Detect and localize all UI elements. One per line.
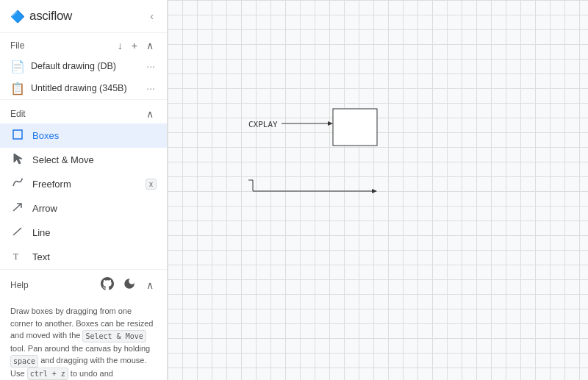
tool-select-move[interactable]: Select & Move <box>0 148 167 172</box>
help-icons: ∧ <box>99 276 157 295</box>
undo-kbd: ctrl + z <box>27 368 68 380</box>
tool-label-freeform: Freeform <box>32 179 71 190</box>
tool-label-line: Line <box>32 227 51 238</box>
file-icon-untitled: 📋 <box>10 82 25 96</box>
tool-icon-text: T <box>10 250 25 264</box>
tool-icon-line <box>10 226 25 240</box>
tool-boxes[interactable]: Boxes <box>0 123 167 148</box>
drawing-svg: CXPLAY <box>168 0 588 380</box>
file-icon-default: 📄 <box>10 60 25 74</box>
drawing-box <box>333 109 377 146</box>
svg-text:T: T <box>13 251 19 262</box>
help-section-label: Help <box>10 280 29 290</box>
help-section-header: Help ∧ <box>0 269 167 301</box>
tool-label-boxes: Boxes <box>32 130 59 141</box>
freeform-badge: x <box>146 179 157 190</box>
file-item-default[interactable]: 📄 Default drawing (DB) ··· <box>0 55 167 77</box>
sidebar: 🔷 asciflow ‹ File ↓ + ∧ 📄 Default drawin… <box>0 0 168 380</box>
file-add-button[interactable]: + <box>129 39 140 52</box>
tool-label-arrow: Arrow <box>32 203 57 214</box>
svg-point-2 <box>21 179 23 180</box>
file-download-button[interactable]: ↓ <box>115 39 126 52</box>
help-text: Draw boxes by dragging from one corner t… <box>0 301 167 380</box>
tool-text[interactable]: T Text <box>0 245 167 269</box>
drawing-arrowhead <box>328 121 333 126</box>
tool-label-text: Text <box>32 251 50 262</box>
tool-freeform[interactable]: Freeform x <box>0 172 167 196</box>
drawing-content: CXPLAY <box>168 0 588 380</box>
file-collapse-button[interactable]: ∧ <box>143 39 157 52</box>
app-title: asciflow <box>29 9 72 24</box>
help-collapse-button[interactable]: ∧ <box>143 279 157 292</box>
tool-line[interactable]: Line <box>0 221 167 245</box>
canvas-container[interactable]: CXPLAY <box>168 0 588 380</box>
logo-area: 🔷 asciflow <box>10 9 72 24</box>
file-menu-untitled[interactable]: ··· <box>145 81 157 96</box>
file-name-default: Default drawing (DB) <box>31 61 139 71</box>
file-section-label: File <box>10 40 24 51</box>
tool-icon-arrow <box>10 201 25 215</box>
space-kbd: space <box>10 355 38 368</box>
tool-icon-select-move <box>10 153 25 167</box>
edit-section-header: Edit ∧ <box>0 99 167 123</box>
tool-label-select-move: Select & Move <box>32 154 94 165</box>
github-icon[interactable] <box>99 276 115 295</box>
drawing-label: CXPLAY <box>248 120 278 129</box>
logo-icon: 🔷 <box>10 10 25 24</box>
tool-icon-freeform <box>10 177 25 191</box>
drawing-arrowhead-2 <box>372 189 377 193</box>
sidebar-header: 🔷 asciflow ‹ <box>0 0 167 33</box>
edit-collapse-button[interactable]: ∧ <box>143 107 157 121</box>
select-move-kbd: Select & Move <box>82 330 146 343</box>
sidebar-content: File ↓ + ∧ 📄 Default drawing (DB) ··· 📋 … <box>0 33 167 380</box>
svg-line-4 <box>13 228 21 235</box>
edit-section-label: Edit <box>10 109 26 119</box>
tool-icon-boxes <box>10 129 25 143</box>
file-section-actions: ↓ + ∧ <box>115 39 157 52</box>
file-menu-default[interactable]: ··· <box>145 59 157 74</box>
file-item-untitled[interactable]: 📋 Untitled drawing (345B) ··· <box>0 77 167 99</box>
svg-rect-0 <box>13 130 22 139</box>
tool-arrow[interactable]: Arrow <box>0 196 167 221</box>
svg-marker-1 <box>14 154 22 164</box>
svg-line-3 <box>13 204 21 211</box>
sidebar-collapse-button[interactable]: ‹ <box>147 9 157 24</box>
main-canvas-area[interactable]: CXPLAY <box>168 0 588 380</box>
theme-toggle-icon[interactable] <box>121 276 137 295</box>
file-name-untitled: Untitled drawing (345B) <box>31 83 139 93</box>
file-section-header: File ↓ + ∧ <box>0 33 167 55</box>
